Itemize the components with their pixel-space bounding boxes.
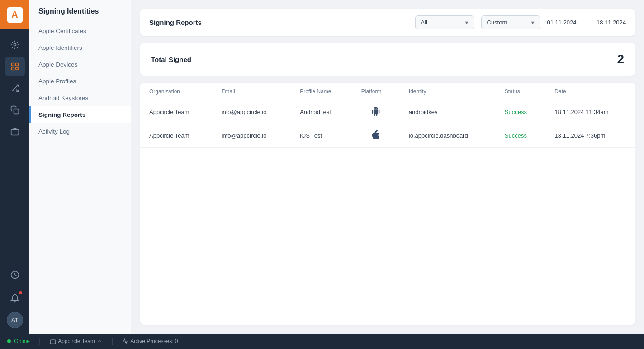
svg-rect-8 [11,130,19,135]
main-content: Signing Reports All ▼ Custom Last 7 Days… [131,0,644,334]
all-filter-select[interactable]: All [415,15,474,29]
col-profile-name: Profile Name [291,83,352,100]
filter-title: Signing Reports [149,19,202,26]
logo-area: A [0,0,29,29]
android-icon [371,107,380,116]
app-logo: A [7,7,23,23]
sidebar-item-android-keystores[interactable]: Android Keystores [29,90,131,106]
date-to: 18.11.2024 [597,19,626,26]
user-avatar[interactable]: AT [7,312,23,328]
active-processes: Active Processes: 0 [122,338,178,344]
total-signed-count: 2 [617,52,624,67]
bell-icon[interactable] [5,288,25,308]
col-organization: Organization [140,83,213,100]
filter-bar: Signing Reports All ▼ Custom Last 7 Days… [140,9,635,36]
svg-point-4 [15,67,18,70]
sidebar-item-signing-reports[interactable]: Signing Reports [29,106,131,123]
cell-email: info@appcircle.io [213,100,291,124]
copy-icon[interactable] [5,100,25,120]
sidebar-item-activity-log[interactable]: Activity Log [29,123,131,140]
col-status: Status [496,83,546,100]
cell-identity: androidkey [400,100,496,124]
online-status: Online [7,338,30,344]
col-identity: Identity [400,83,496,100]
team-name: Appcircle Team [58,338,95,344]
sidebar-item-apple-profiles[interactable]: Apple Profiles [29,73,131,90]
all-filter-wrapper: All ▼ [415,15,474,29]
sidebar-item-apple-devices[interactable]: Apple Devices [29,56,131,73]
cell-platform [352,124,400,148]
cell-status: Success [496,100,546,124]
cell-organization: Appcircle Team [140,100,213,124]
sidebar-item-apple-certificates[interactable]: Apple Certificates [29,23,131,39]
date-from: 01.11.2024 [547,19,577,26]
sidebar: Signing Identities Apple Certificates Ap… [29,0,131,334]
cell-profile-name: iOS Test [291,124,352,148]
processes-icon [122,338,128,344]
sidebar-item-apple-identifiers[interactable]: Apple Identifiers [29,39,131,56]
col-email: Email [213,83,291,100]
team-label: Appcircle Team [50,338,102,344]
status-bar: Online | Appcircle Team | Active Process… [0,334,644,349]
table-row: Appcircle Team info@appcircle.io iOS Tes… [140,124,635,148]
svg-rect-3 [11,67,14,70]
briefcase-icon[interactable] [5,122,25,142]
cell-organization: Appcircle Team [140,124,213,148]
svg-point-0 [14,44,16,46]
svg-rect-9 [50,340,56,344]
custom-filter-select[interactable]: Custom Last 7 Days Last 30 Days This Mon… [481,15,540,29]
distribute-icon[interactable] [5,78,25,98]
rail-bottom: AT [5,265,25,334]
signing-icon[interactable] [5,57,25,76]
team-expand-icon [97,339,102,344]
cell-profile-name: AndroidTest [291,100,352,124]
signing-reports-table-card: Organization Email Profile Name Platform… [140,83,635,325]
total-signed-label: Total Signed [151,56,191,63]
cell-email: info@appcircle.io [213,124,291,148]
cell-status: Success [496,124,546,148]
col-date: Date [545,83,635,100]
status-separator-2: | [111,337,113,345]
team-icon [50,338,56,344]
signing-reports-table: Organization Email Profile Name Platform… [140,83,635,148]
processes-label: Active Processes: 0 [130,338,178,344]
date-separator: - [586,19,587,26]
cell-date: 18.11.2024 11:34am [545,100,635,124]
online-dot [7,339,11,343]
svg-rect-1 [11,63,14,66]
apple-icon [371,130,380,139]
gauge-icon[interactable] [5,265,25,285]
build-icon[interactable] [5,35,25,55]
cell-platform [352,100,400,124]
online-label: Online [14,338,30,344]
svg-rect-7 [14,109,19,114]
cell-identity: io.appcircle.dashboard [400,124,496,148]
rail-nav [5,29,25,265]
status-separator-1: | [39,337,41,345]
icon-rail: A [0,0,29,334]
custom-filter-wrapper: Custom Last 7 Days Last 30 Days This Mon… [481,15,540,29]
table-row: Appcircle Team info@appcircle.io Android… [140,100,635,124]
svg-rect-2 [15,63,18,66]
cell-date: 13.11.2024 7:36pm [545,124,635,148]
total-signed-card: Total Signed 2 [140,43,635,76]
col-platform: Platform [352,83,400,100]
sidebar-title: Signing Identities [29,7,131,23]
